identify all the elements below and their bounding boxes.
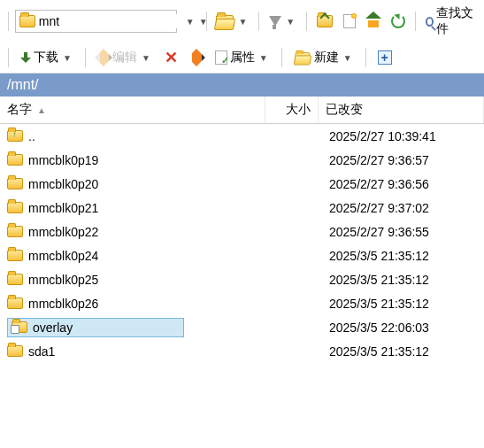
x-icon: ✕ bbox=[165, 48, 178, 67]
home-button[interactable] bbox=[363, 13, 384, 29]
file-modified: 2025/2/27 9:36:57 bbox=[329, 153, 477, 167]
table-row[interactable]: mmcblk0p192025/2/27 9:36:57 bbox=[0, 148, 484, 172]
refresh-button[interactable] bbox=[388, 12, 409, 30]
parent-dir-button[interactable] bbox=[313, 13, 336, 29]
add-button[interactable]: + bbox=[374, 49, 396, 66]
file-modified: 2025/3/5 21:35:12 bbox=[329, 273, 477, 287]
file-name: mmcblk0p25 bbox=[28, 273, 98, 287]
table-row[interactable]: mmcblk0p212025/2/27 9:37:02 bbox=[0, 196, 484, 220]
properties-button[interactable]: 属性 ▼ bbox=[211, 48, 273, 67]
table-row[interactable]: overlay2025/3/5 22:06:03 bbox=[0, 315, 484, 339]
column-header-name[interactable]: 名字 ▲ bbox=[0, 97, 265, 123]
folder-icon bbox=[7, 297, 23, 309]
pencil-orange-icon bbox=[188, 49, 205, 66]
delete-button[interactable]: ✕ bbox=[161, 46, 181, 69]
file-name: mmcblk0p26 bbox=[28, 297, 98, 311]
new-doc-button[interactable] bbox=[340, 12, 359, 30]
file-modified: 2025/3/5 21:35:12 bbox=[329, 344, 477, 359]
table-row[interactable]: mmcblk0p242025/3/5 21:35:12 bbox=[0, 243, 484, 267]
column-header-size[interactable]: 大小 bbox=[265, 97, 319, 123]
table-row[interactable]: ..2025/2/27 10:39:41 bbox=[0, 124, 484, 148]
home-icon bbox=[366, 15, 380, 27]
table-row[interactable]: mmcblk0p222025/2/27 9:36:55 bbox=[0, 220, 484, 243]
file-name: mmcblk0p19 bbox=[28, 153, 98, 167]
path-input[interactable] bbox=[39, 14, 194, 28]
pencil-icon bbox=[95, 49, 112, 66]
history-dropdown[interactable]: ▼ bbox=[181, 15, 200, 28]
file-modified: 2025/2/27 9:36:55 bbox=[329, 225, 477, 239]
download-icon bbox=[20, 52, 31, 63]
path-combo[interactable]: ▼ bbox=[15, 10, 177, 33]
search-icon bbox=[426, 17, 434, 27]
edit-label: 编辑 bbox=[112, 50, 137, 66]
file-modified: 2025/2/27 10:39:41 bbox=[329, 129, 477, 143]
file-name: mmcblk0p22 bbox=[28, 225, 98, 239]
file-modified: 2025/3/5 21:35:12 bbox=[329, 297, 477, 311]
folder-icon bbox=[19, 15, 35, 27]
find-files-button[interactable]: 查找文件 bbox=[422, 4, 479, 39]
plus-icon: + bbox=[378, 50, 392, 65]
refresh-icon bbox=[391, 14, 405, 28]
folder-icon bbox=[7, 345, 23, 357]
table-row[interactable]: mmcblk0p202025/2/27 9:36:56 bbox=[0, 172, 484, 196]
table-row[interactable]: mmcblk0p262025/3/5 21:35:12 bbox=[0, 291, 484, 315]
edit-button[interactable]: 编辑 ▼ bbox=[94, 48, 156, 67]
folder-icon bbox=[7, 226, 23, 237]
new-folder-icon bbox=[295, 52, 310, 64]
file-modified: 2025/2/27 9:37:02 bbox=[329, 201, 477, 215]
folder-link-icon bbox=[12, 321, 27, 333]
file-name: overlay bbox=[33, 321, 73, 335]
new-button[interactable]: 新建 ▼ bbox=[290, 48, 357, 67]
edit-pencil-button[interactable] bbox=[187, 50, 206, 66]
folder-icon bbox=[7, 178, 23, 189]
folder-icon bbox=[7, 250, 23, 261]
filter-icon bbox=[269, 16, 281, 27]
parent-dir-icon bbox=[7, 130, 23, 142]
folder-icon bbox=[7, 154, 23, 166]
open-folder-button[interactable]: ▼ bbox=[212, 13, 252, 30]
file-modified: 2025/3/5 22:06:03 bbox=[329, 321, 477, 335]
folder-icon bbox=[7, 202, 23, 213]
properties-label: 属性 bbox=[230, 50, 255, 66]
table-row[interactable]: sda12025/3/5 21:35:12 bbox=[0, 339, 484, 363]
file-name: .. bbox=[28, 129, 35, 143]
parent-dir-icon bbox=[317, 15, 333, 27]
download-label: 下载 bbox=[34, 50, 58, 66]
column-header-modified[interactable]: 已改变 bbox=[319, 97, 484, 123]
find-files-label: 查找文件 bbox=[436, 5, 475, 37]
new-label: 新建 bbox=[314, 50, 339, 66]
table-row[interactable]: mmcblk0p252025/3/5 21:35:12 bbox=[0, 267, 484, 291]
new-doc-icon bbox=[343, 14, 356, 28]
filter-button[interactable]: ▼ bbox=[265, 14, 300, 28]
folder-open-icon bbox=[216, 15, 234, 28]
file-modified: 2025/2/27 9:36:56 bbox=[329, 177, 477, 191]
file-name: mmcblk0p20 bbox=[28, 177, 98, 191]
properties-icon bbox=[215, 50, 227, 65]
file-name: sda1 bbox=[28, 344, 55, 359]
download-button[interactable]: 下载 ▼ bbox=[17, 48, 77, 67]
current-path: /mnt/ bbox=[0, 73, 484, 97]
file-list: 名字 ▲ 大小 已改变 ..2025/2/27 10:39:41mmcblk0p… bbox=[0, 97, 484, 363]
file-modified: 2025/3/5 21:35:12 bbox=[329, 249, 477, 263]
folder-icon bbox=[7, 274, 23, 285]
file-name: mmcblk0p24 bbox=[28, 249, 98, 263]
file-name: mmcblk0p21 bbox=[28, 201, 98, 215]
sort-asc-icon: ▲ bbox=[37, 105, 46, 115]
